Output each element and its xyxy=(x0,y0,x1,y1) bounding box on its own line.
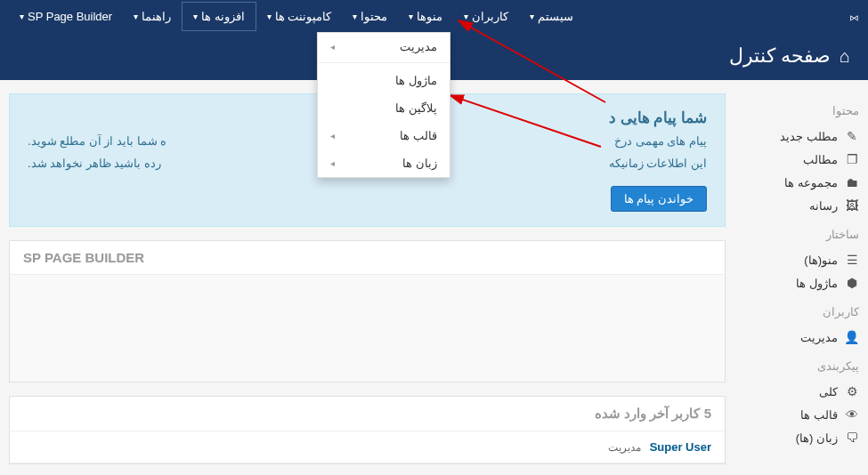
page-title: صفحه کنترل xyxy=(729,44,831,68)
menus-icon: ☰ xyxy=(845,253,859,267)
submenu-arrow-icon: ◂ xyxy=(330,158,335,168)
joomla-logo: ⨝ xyxy=(849,7,859,26)
sidebar-item-global[interactable]: ⚙کلی xyxy=(743,380,859,403)
user-role: مدیریت xyxy=(608,441,641,454)
sidebar-item-label: منو(ها) xyxy=(804,254,838,267)
articles-icon: ❐ xyxy=(845,152,859,166)
templates-icon: 👁 xyxy=(845,407,859,422)
global-icon: ⚙ xyxy=(845,384,859,399)
sidebar-item-modules[interactable]: ⬢ماژول ها xyxy=(743,271,859,294)
sidebar-item-label: مطالب xyxy=(803,153,838,166)
navbar-item[interactable]: ▾ کامپوننت ها xyxy=(256,2,343,31)
dropdown-item[interactable]: مدیریت◂ xyxy=(318,33,450,63)
sidebar-item-languages[interactable]: 🗨زبان (ها) xyxy=(743,426,859,449)
read-messages-button[interactable]: خواندن پیام ها xyxy=(611,186,707,212)
media-icon: 🖼 xyxy=(845,198,859,213)
sidebar-item-new-article[interactable]: ✎مطلب جدید xyxy=(743,125,859,148)
sidebar-item-media[interactable]: 🖼رسانه xyxy=(743,194,859,217)
navbar-item[interactable]: ▾ منوها xyxy=(398,2,453,31)
caret-icon: ▾ xyxy=(409,12,413,21)
navbar-item[interactable]: ▾ SP Page Builder xyxy=(9,2,123,31)
caret-icon: ▾ xyxy=(134,12,138,21)
caret-icon: ▾ xyxy=(353,12,357,21)
navbar-item[interactable]: ▾ کاربران xyxy=(453,2,519,31)
panel-heading: SP PAGE BUILDER xyxy=(10,241,725,275)
top-navbar: ▾ SP Page Builder▾ راهنما▾ افزونه ها▾ کا… xyxy=(0,0,868,32)
navbar-item[interactable]: ▾ راهنما xyxy=(123,2,182,31)
sidebar-item-label: رسانه xyxy=(809,199,838,213)
new-article-icon: ✎ xyxy=(845,129,859,143)
languages-icon: 🗨 xyxy=(845,431,859,445)
submenu-arrow-icon: ◂ xyxy=(330,42,335,52)
extensions-dropdown: مدیریت◂ماژول هاپلاگین هاقالب ها◂زبان ها◂ xyxy=(317,32,450,178)
panel-heading: 5 کاربر آخر وارد شده xyxy=(10,397,725,431)
recent-users-panel: 5 کاربر آخر وارد شده Super User مدیریت xyxy=(9,396,726,464)
modules-icon: ⬢ xyxy=(845,276,859,290)
caret-icon: ▾ xyxy=(530,12,534,21)
navbar-item[interactable]: ▾ سیستم xyxy=(519,2,584,31)
home-icon: ⌂ xyxy=(840,46,850,67)
sidebar-item-categories[interactable]: 🖿مجموعه ها xyxy=(743,171,859,194)
user-link[interactable]: Super User xyxy=(650,440,711,454)
caret-icon: ▾ xyxy=(20,12,24,21)
dropdown-item[interactable]: زبان ها◂ xyxy=(318,149,450,177)
sidebar-heading: پیکربندی xyxy=(743,359,859,373)
caret-icon: ▾ xyxy=(193,12,198,21)
sidebar-item-label: کلی xyxy=(819,385,838,399)
sidebar-item-label: زبان (ها) xyxy=(796,431,838,445)
sp-page-builder-panel: SP PAGE BUILDER xyxy=(9,240,726,382)
sidebar: محتوا✎مطلب جدید❐مطالب🖿مجموعه ها🖼رسانهساخ… xyxy=(743,80,868,475)
caret-icon: ▾ xyxy=(464,12,468,21)
dropdown-item[interactable]: ماژول ها xyxy=(318,67,450,94)
sidebar-item-templates[interactable]: 👁قالب ها xyxy=(743,403,859,426)
navbar-item[interactable]: ▾ محتوا xyxy=(342,2,398,31)
navbar-item[interactable]: ▾ افزونه ها xyxy=(182,2,256,31)
sidebar-item-label: مدیریت xyxy=(800,331,838,344)
sidebar-heading: کاربران xyxy=(743,305,859,318)
sidebar-item-articles[interactable]: ❐مطالب xyxy=(743,148,859,171)
sidebar-item-menus[interactable]: ☰منو(ها) xyxy=(743,248,859,271)
sidebar-item-label: مجموعه ها xyxy=(784,176,838,189)
users-manage-icon: 👤 xyxy=(845,330,859,344)
categories-icon: 🖿 xyxy=(845,175,859,189)
sidebar-item-label: مطلب جدید xyxy=(780,130,838,143)
caret-icon: ▾ xyxy=(267,12,272,21)
sidebar-item-label: ماژول ها xyxy=(796,277,838,290)
sidebar-item-users-manage[interactable]: 👤مدیریت xyxy=(743,326,859,349)
user-row: Super User مدیریت xyxy=(10,431,725,463)
dropdown-item[interactable]: پلاگین ها xyxy=(318,94,450,122)
sidebar-heading: ساختار xyxy=(743,228,859,241)
sidebar-heading: محتوا xyxy=(743,104,859,117)
dropdown-item[interactable]: قالب ها◂ xyxy=(318,122,450,149)
submenu-arrow-icon: ◂ xyxy=(330,131,335,141)
sidebar-item-label: قالب ها xyxy=(800,408,838,422)
